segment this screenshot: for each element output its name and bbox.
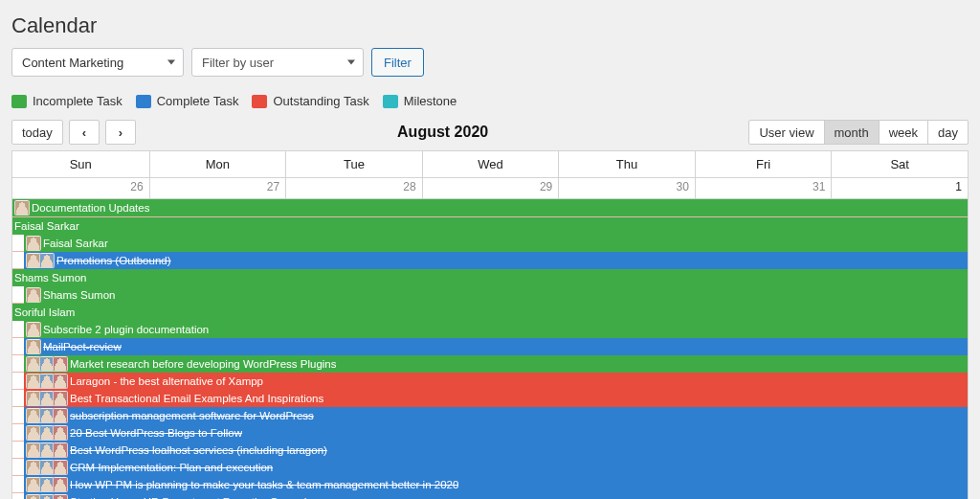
legend-complete: Complete Task xyxy=(136,94,239,108)
avatar-group xyxy=(26,339,41,354)
event-bar[interactable]: Faisal Sarkar xyxy=(12,217,968,235)
event-bar[interactable]: How WP PM is planning to make your tasks… xyxy=(24,476,968,493)
legend-incomplete: Incomplete Task xyxy=(11,94,122,108)
date-cell[interactable]: 29 xyxy=(422,177,559,198)
event-bar[interactable]: Subscribe 2 plugin documentation xyxy=(24,321,968,338)
date-cell[interactable]: 26 xyxy=(12,177,149,198)
avatar xyxy=(53,477,68,492)
avatar xyxy=(53,425,68,441)
date-cell[interactable]: 28 xyxy=(285,177,422,198)
date-cell[interactable]: 27 xyxy=(149,177,286,198)
filter-button[interactable]: Filter xyxy=(371,48,424,77)
event-row: Market research before developing WordPr… xyxy=(12,354,968,372)
avatar xyxy=(53,356,68,372)
avatar-group xyxy=(26,287,41,303)
legend-label: Milestone xyxy=(404,94,457,108)
event-row: Shams Sumon xyxy=(12,268,968,285)
date-cell[interactable]: 30 xyxy=(558,177,695,198)
avatar xyxy=(53,494,68,500)
avatar-group xyxy=(26,460,68,475)
avatar xyxy=(39,253,55,268)
event-bar[interactable]: Promotions (Outbound) xyxy=(24,252,968,269)
chevron-down-icon xyxy=(167,60,175,65)
avatar-group xyxy=(26,322,41,337)
swatch-incomplete xyxy=(11,95,27,108)
event-bar[interactable]: Documentation Updates xyxy=(12,199,968,216)
avatar xyxy=(26,287,41,303)
event-label: Faisal Sarkar xyxy=(14,217,79,235)
avatar-group xyxy=(26,253,55,268)
event-row: Soriful Islam xyxy=(12,303,968,320)
event-bar[interactable]: Shams Sumon xyxy=(12,269,968,286)
avatar xyxy=(14,200,30,215)
next-button[interactable]: › xyxy=(105,120,136,145)
dow-cell: Mon xyxy=(149,151,286,177)
calendar-title: August 2020 xyxy=(136,124,750,141)
event-row: Subscribe 2 plugin documentation xyxy=(12,320,968,337)
avatar xyxy=(26,339,41,354)
event-bar[interactable]: Market research before developing WordPr… xyxy=(24,355,968,373)
event-row: Faisal Sarkar xyxy=(12,234,968,251)
legend-outstanding: Outstanding Task xyxy=(252,94,368,108)
event-row: Faisal Sarkar xyxy=(12,216,968,234)
event-bar[interactable]: CRM Implementation: Plan and execution xyxy=(24,459,968,476)
date-cell[interactable]: 31 xyxy=(695,177,832,198)
swatch-outstanding xyxy=(252,95,267,108)
dow-cell: Tue xyxy=(285,151,422,177)
event-bar[interactable]: Laragon - the best alternative of Xampp xyxy=(24,373,968,390)
event-row: 20 Best WordPress Blogs to Follow xyxy=(12,423,968,441)
event-label: CRM Implementation: Plan and execution xyxy=(70,459,273,476)
event-row: How WP PM is planning to make your tasks… xyxy=(12,475,968,492)
event-bar[interactable]: Faisal Sarkar xyxy=(24,235,968,252)
avatar-group xyxy=(26,425,68,441)
event-label: Shams Sumon xyxy=(43,286,115,304)
dow-cell: Thu xyxy=(558,151,695,177)
view-switch: User view month week day xyxy=(749,120,969,145)
event-label: Soriful Islam xyxy=(14,304,75,321)
user-placeholder: Filter by user xyxy=(202,56,274,70)
calendar-toolbar: today ‹ › August 2020 User view month we… xyxy=(11,120,969,145)
prev-button[interactable]: ‹ xyxy=(69,120,100,145)
avatar xyxy=(53,442,68,458)
user-view-button[interactable]: User view xyxy=(748,120,824,145)
event-label: Starting Up an HR Department From the Gr… xyxy=(70,493,306,500)
event-label: Promotions (Outbound) xyxy=(56,252,171,269)
day-of-week-header: SunMonTueWedThuFriSat xyxy=(12,151,968,177)
user-select[interactable]: Filter by user xyxy=(191,48,364,77)
event-bar[interactable]: 20 Best WordPress Blogs to Follow xyxy=(24,424,968,442)
avatar-group xyxy=(26,374,68,389)
avatar xyxy=(53,460,68,475)
date-cell[interactable]: 1 xyxy=(831,177,968,198)
event-bar[interactable]: subscription management software for Wor… xyxy=(24,407,968,424)
avatar-group xyxy=(26,442,68,458)
category-select[interactable]: Content Marketing xyxy=(11,48,184,77)
category-value: Content Marketing xyxy=(22,56,123,70)
legend-label: Incomplete Task xyxy=(33,94,122,108)
event-bar[interactable]: Best Transactional Email Examples And In… xyxy=(24,390,968,407)
avatar xyxy=(26,236,41,251)
event-bar[interactable]: MailPoet-review xyxy=(24,338,968,355)
month-view-button[interactable]: month xyxy=(824,120,880,145)
avatar xyxy=(53,391,68,406)
page-title: Calendar xyxy=(11,13,969,38)
event-bar[interactable]: Best WordPress loalhost services (includ… xyxy=(24,442,968,459)
dow-cell: Fri xyxy=(695,151,832,177)
event-row: CRM Implementation: Plan and execution xyxy=(12,458,968,475)
legend-label: Complete Task xyxy=(157,94,239,108)
events-area: Documentation UpdatesFaisal SarkarFaisal… xyxy=(12,198,968,499)
event-row: Promotions (Outbound) xyxy=(12,251,968,268)
event-bar[interactable]: Shams Sumon xyxy=(24,286,968,304)
avatar-group xyxy=(26,494,68,500)
event-label: Market research before developing WordPr… xyxy=(70,355,336,373)
today-button[interactable]: today xyxy=(11,120,63,145)
event-bar[interactable]: Soriful Islam xyxy=(12,304,968,321)
filter-bar: Content Marketing Filter by user Filter xyxy=(11,48,969,77)
avatar-group xyxy=(26,391,68,406)
event-row: subscription management software for Wor… xyxy=(12,406,968,423)
event-bar[interactable]: Starting Up an HR Department From the Gr… xyxy=(24,493,968,500)
chevron-down-icon xyxy=(347,60,355,65)
week-view-button[interactable]: week xyxy=(879,120,928,145)
day-view-button[interactable]: day xyxy=(927,120,969,145)
event-label: Best WordPress loalhost services (includ… xyxy=(70,442,327,459)
event-label: MailPoet-review xyxy=(43,338,122,355)
